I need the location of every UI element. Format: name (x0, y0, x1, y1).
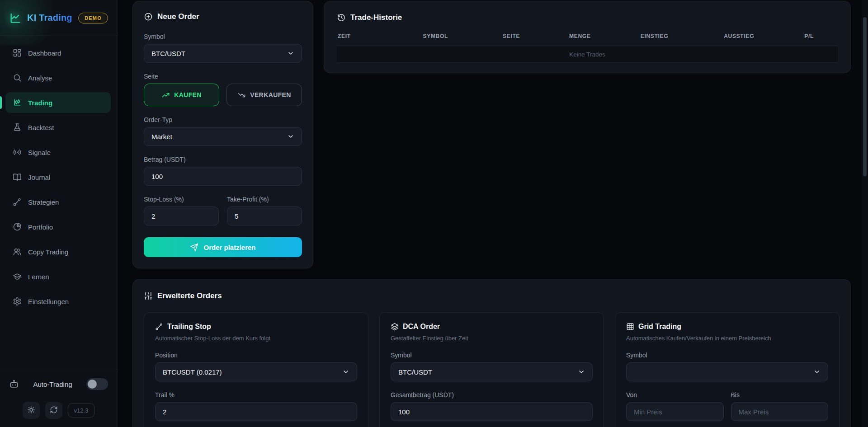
scrollbar-thumb[interactable] (863, 17, 867, 176)
send-icon (190, 243, 198, 252)
place-order-button[interactable]: Order platzieren (144, 237, 302, 257)
trailing-stop-card: Trailing Stop Automatischer Stop-Loss de… (144, 312, 368, 427)
sidebar-item-signale[interactable]: Signale (5, 142, 111, 163)
sun-icon (27, 406, 35, 415)
empty-state: Keine Trades (337, 46, 838, 63)
pie-chart-icon (13, 222, 22, 231)
order-type-select[interactable]: Market (144, 127, 302, 146)
column-header: P/L (781, 33, 837, 39)
users-icon (13, 247, 22, 256)
dca-order-header: DCA Order (391, 323, 593, 331)
sidebar-item-label: Dashboard (28, 49, 61, 57)
trail-percent-label: Trail % (155, 391, 357, 399)
utility-row: v12.3 (9, 402, 108, 419)
refresh-icon (50, 406, 58, 415)
sidebar-item-label: Analyse (28, 74, 52, 82)
sidebar-item-einstellungen[interactable]: Einstellungen (5, 291, 111, 312)
advanced-orders-title: Erweiterte Orders (157, 291, 222, 300)
plus-circle-icon (144, 12, 153, 21)
history-icon (337, 13, 346, 22)
scrollbar-track[interactable] (862, 0, 868, 427)
theme-button[interactable] (23, 402, 40, 419)
card-subtitle: Automatisches Kaufen/Verkaufen in einem … (626, 335, 828, 342)
card-subtitle: Gestaffelter Einstieg über Zeit (391, 335, 593, 342)
side-label: Seite (144, 73, 302, 80)
sell-button[interactable]: VERKAUFEN (226, 84, 302, 106)
sidebar: KI Trading DEMO Dashboard Analyse Tradin… (0, 0, 118, 427)
sidebar-item-copy-trading[interactable]: Copy Trading (5, 241, 111, 262)
sidebar-item-backtest[interactable]: Backtest (5, 117, 111, 138)
trade-history-title: Trade-Historie (350, 13, 402, 22)
auto-trading-toggle[interactable] (86, 378, 108, 390)
trend-down-icon (237, 91, 246, 99)
chevron-down-icon (813, 368, 821, 375)
auto-trading-row: Auto-Trading (9, 378, 108, 390)
book-icon (13, 173, 22, 182)
advanced-orders-panel: Erweiterte Orders Trailing Stop Automati… (132, 279, 851, 427)
bis-label: Bis (731, 391, 829, 399)
column-header: EINSTIEG (612, 33, 697, 39)
chevron-down-icon (287, 50, 294, 57)
sidebar-item-analyse[interactable]: Analyse (5, 67, 111, 88)
amount-label: Betrag (USDT) (144, 156, 302, 163)
card-title: Grid Trading (638, 323, 681, 331)
column-header: SYMBOL (396, 33, 475, 39)
sidebar-item-journal[interactable]: Journal (5, 167, 111, 188)
empty-state-text: Keine Trades (569, 51, 605, 58)
sidebar-item-label: Journal (28, 174, 50, 181)
buy-label: KAUFEN (174, 91, 202, 99)
dashboard-icon (13, 48, 22, 57)
grid-trading-header: Grid Trading (626, 323, 828, 331)
grid-icon (626, 323, 634, 331)
total-amount-input[interactable] (391, 402, 593, 421)
min-price-input[interactable] (626, 402, 724, 421)
card-title: Trailing Stop (167, 323, 211, 331)
flask-icon (13, 123, 22, 132)
search-icon (13, 73, 22, 82)
logo-row: KI Trading DEMO (0, 0, 117, 36)
sidebar-item-trading[interactable]: Trading (5, 92, 111, 113)
new-order-title: Neue Order (157, 12, 199, 21)
column-header: AUSSTIEG (697, 33, 781, 39)
symbol-select[interactable]: BTC/USDT (144, 44, 302, 63)
grid-symbol-select[interactable] (626, 362, 828, 381)
chevron-down-icon (578, 368, 585, 375)
column-header: SEITE (475, 33, 547, 39)
sidebar-item-label: Backtest (28, 124, 54, 131)
card-title: DCA Order (403, 323, 440, 331)
advanced-orders-header: Erweiterte Orders (144, 291, 840, 300)
sidebar-item-strategien[interactable]: Strategien (5, 192, 111, 212)
candlestick-icon (13, 98, 22, 107)
sidebar-item-lernen[interactable]: Lernen (5, 266, 111, 287)
app-title: KI Trading (27, 13, 72, 23)
dca-symbol-select[interactable]: BTC/USDT (391, 362, 593, 381)
sidebar-item-dashboard[interactable]: Dashboard (5, 42, 111, 63)
sidebar-item-label: Lernen (28, 273, 49, 281)
buy-button[interactable]: KAUFEN (144, 84, 219, 106)
column-header: ZEIT (338, 33, 396, 39)
trend-up-icon (161, 91, 170, 99)
sidebar-nav: Dashboard Analyse Trading Backtest Signa… (0, 36, 117, 369)
stop-loss-input[interactable] (144, 206, 219, 225)
grid-trading-card: Grid Trading Automatisches Kaufen/Verkau… (615, 312, 840, 427)
sidebar-item-label: Trading (28, 99, 52, 107)
max-price-input[interactable] (731, 402, 829, 421)
trade-history-table: ZEIT SYMBOL SEITE MENGE EINSTIEG AUSSTIE… (337, 33, 838, 63)
amount-input[interactable] (144, 167, 302, 186)
chevron-down-icon (287, 133, 294, 140)
sidebar-item-portfolio[interactable]: Portfolio (5, 216, 111, 237)
position-select[interactable]: BTCUSDT (0.0217) (155, 362, 357, 381)
trail-percent-input[interactable] (155, 402, 357, 421)
refresh-button[interactable] (45, 402, 62, 419)
position-label: Position (155, 352, 357, 359)
stop-loss-label: Stop-Loss (%) (144, 196, 219, 203)
layers-icon (391, 323, 399, 331)
symbol-label: Symbol (144, 33, 302, 40)
take-profit-input[interactable] (227, 206, 302, 225)
table-header-row: ZEIT SYMBOL SEITE MENGE EINSTIEG AUSSTIE… (337, 33, 838, 46)
sidebar-item-label: Portfolio (28, 223, 53, 231)
trade-history-header: Trade-Historie (337, 13, 838, 22)
card-subtitle: Automatischer Stop-Loss der dem Kurs fol… (155, 335, 357, 342)
column-header: MENGE (548, 33, 612, 39)
app-root: KI Trading DEMO Dashboard Analyse Tradin… (0, 0, 868, 427)
